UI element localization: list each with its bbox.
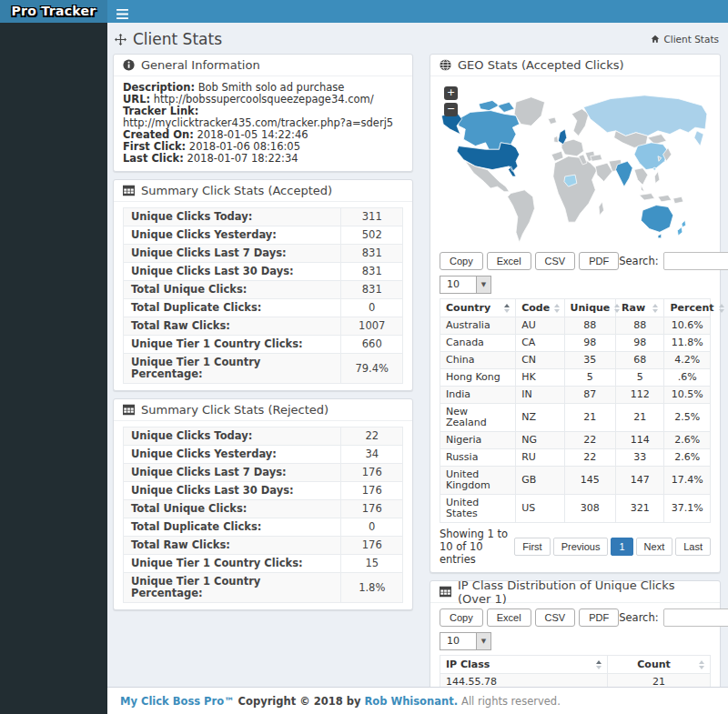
csv-button[interactable]: CSV: [535, 608, 576, 627]
stat-row: Total Unique Clicks:831: [124, 281, 403, 299]
hamburger-icon: [116, 9, 128, 19]
map-region-scandinavia[interactable]: [571, 109, 589, 136]
sidebar: [0, 23, 107, 714]
map-region-indonesia[interactable]: [640, 194, 672, 202]
excel-button[interactable]: Excel: [487, 252, 531, 270]
geo-search-input[interactable]: [663, 252, 728, 270]
table-row: United KingdomGB14514717.4%: [440, 467, 711, 495]
brand-logo[interactable]: Pro Tracker: [0, 0, 107, 23]
accepted-stats-header: Summary Click Stats (Accepted): [114, 180, 412, 202]
map-region-china[interactable]: [634, 143, 668, 170]
map-region-new-guinea[interactable]: [673, 196, 683, 203]
copy-button[interactable]: Copy: [440, 608, 483, 627]
ip-table-toolbar: Copy Excel CSV PDF Search:: [440, 608, 711, 627]
map-region-southeast-asia[interactable]: [634, 168, 648, 192]
stat-row: Unique Tier 1 Country Percentage:79.4%: [124, 354, 403, 384]
map-zoom-in-button[interactable]: +: [444, 86, 458, 100]
geo-showing-entries: Showing 1 to 10 of 10 entries: [440, 528, 514, 566]
previous-page-button[interactable]: Previous: [553, 538, 609, 556]
ip-class-panel: IP Class Distribution of Unique Clicks (…: [430, 580, 721, 687]
map-region-new-zealand[interactable]: [677, 220, 685, 236]
page-length-value: 10: [440, 277, 476, 293]
stat-row: Unique Clicks Last 7 Days:831: [124, 245, 403, 263]
general-info-title: General Information: [141, 58, 260, 72]
ip-search-input[interactable]: [663, 608, 728, 627]
ip-page-length-select[interactable]: 10 ▼: [440, 632, 491, 650]
geo-col-country[interactable]: Country: [440, 299, 516, 317]
table-row: NigeriaNG221142.6%: [440, 432, 711, 449]
stat-row: Total Raw Clicks:176: [124, 537, 403, 555]
accepted-stats-title: Summary Click Stats (Accepted): [141, 184, 332, 197]
stat-row: Total Duplicate Clicks:0: [124, 518, 403, 537]
stat-row: Unique Clicks Last 30 Days:176: [124, 482, 403, 500]
stat-row: Unique Tier 1 Country Percentage:1.8%: [124, 573, 403, 603]
geo-table: Country Code Unique Raw Percent Australi…: [440, 298, 711, 523]
ip-col-ip-class[interactable]: IP Class: [440, 656, 608, 674]
last-page-button[interactable]: Last: [675, 538, 711, 556]
next-page-button[interactable]: Next: [636, 538, 673, 556]
rejected-stats-header: Summary Click Stats (Rejected): [114, 399, 412, 421]
sort-icon: [614, 304, 620, 313]
map-region-madagascar[interactable]: [599, 202, 604, 216]
geo-page-length-select[interactable]: 10 ▼: [440, 276, 491, 294]
geo-col-percent[interactable]: Percent: [664, 299, 711, 317]
geo-world-map[interactable]: + −: [440, 82, 711, 247]
info-line-tracker-link: Tracker Link: http://myclicktracker435.c…: [123, 106, 403, 129]
chevron-down-icon: ▼: [476, 277, 490, 293]
ip-col-count[interactable]: Count: [608, 656, 711, 674]
map-region-hong-kong[interactable]: [653, 167, 656, 170]
footer-copyright-text: Copyright © 2018 by: [238, 695, 361, 708]
map-region-greenland[interactable]: [514, 97, 544, 126]
geo-col-unique[interactable]: Unique: [564, 299, 615, 317]
home-icon: [651, 35, 660, 44]
geo-col-raw[interactable]: Raw: [616, 299, 664, 317]
table-row: ChinaCN35684.2%: [440, 352, 711, 369]
geo-stats-header: GEO Stats (Accepted Clicks): [430, 55, 720, 76]
main-footer: My Click Boss Pro™ Copyright © 2018 by R…: [107, 687, 728, 714]
map-region-philippines[interactable]: [654, 171, 660, 183]
map-region-ireland[interactable]: [554, 136, 559, 142]
general-info-header: General Information: [114, 55, 412, 76]
page-number-button[interactable]: 1: [611, 538, 632, 556]
footer-brand-link[interactable]: My Click Boss Pro™: [120, 695, 235, 708]
excel-button[interactable]: Excel: [487, 608, 531, 627]
map-region-canada[interactable]: [459, 100, 520, 149]
geo-col-code[interactable]: Code: [516, 299, 564, 317]
sort-icon: [719, 304, 724, 313]
map-region-africa[interactable]: [553, 156, 597, 222]
sort-icon: [699, 660, 704, 669]
search-label: Search:: [619, 255, 658, 267]
geo-table-header-row: Country Code Unique Raw Percent: [440, 299, 711, 317]
pdf-button[interactable]: PDF: [579, 608, 619, 627]
copy-button[interactable]: Copy: [440, 252, 483, 270]
map-region-south-america[interactable]: [508, 190, 535, 243]
map-region-arabia[interactable]: [595, 163, 612, 181]
map-region-iceland[interactable]: [548, 117, 556, 124]
stat-row: Total Raw Clicks:1007: [124, 317, 403, 336]
pdf-button[interactable]: PDF: [579, 252, 619, 270]
table-row: New ZealandNZ21212.5%: [440, 404, 711, 432]
ip-table-header-row: IP Class Count: [440, 656, 711, 674]
map-region-india[interactable]: [616, 161, 633, 186]
geo-search: Search:: [619, 252, 728, 270]
geo-pagination: First Previous 1 Next Last: [514, 538, 711, 556]
table-icon: [440, 586, 451, 598]
csv-button[interactable]: CSV: [535, 252, 576, 270]
page-title-text: Client Stats: [133, 30, 222, 48]
footer-author-link[interactable]: Rob Whisonant.: [364, 695, 458, 708]
breadcrumb[interactable]: Client Stats: [651, 34, 719, 45]
geo-table-footer: Showing 1 to 10 of 10 entries First Prev…: [440, 528, 711, 566]
sidebar-toggle[interactable]: [116, 5, 133, 18]
map-zoom-out-button[interactable]: −: [444, 103, 458, 116]
rejected-stats-table: Unique Clicks Today:22 Unique Clicks Yes…: [123, 427, 403, 603]
ip-table: IP Class Count 144.55.7821 172.2.34: [440, 655, 711, 687]
map-region-australia[interactable]: [641, 206, 672, 238]
stat-row: Unique Clicks Today:22: [124, 427, 403, 446]
stat-row: Unique Clicks Last 7 Days:176: [124, 464, 403, 482]
table-icon: [123, 185, 135, 196]
page-title: Client Stats: [115, 30, 222, 48]
content-header: Client Stats Client Stats: [107, 23, 728, 54]
sort-icon: [554, 304, 560, 313]
stat-row: Unique Tier 1 Country Clicks:660: [124, 336, 403, 354]
first-page-button[interactable]: First: [514, 538, 550, 556]
